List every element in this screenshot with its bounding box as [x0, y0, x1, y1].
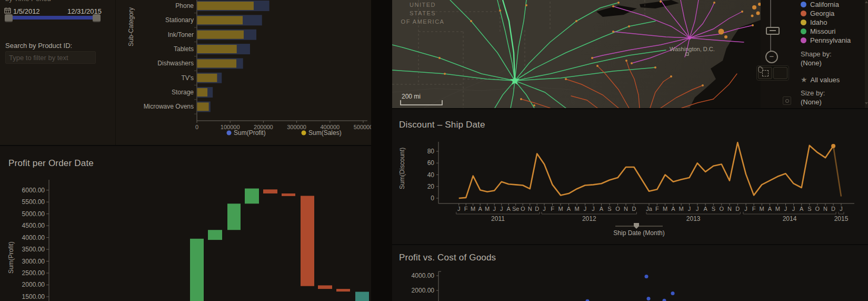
waterfall-bar[interactable] — [355, 292, 369, 301]
sales-bar[interactable] — [197, 102, 209, 111]
stop-dot[interactable] — [596, 65, 598, 67]
missouri-routes-line[interactable] — [515, 81, 566, 108]
legend-scrollbar[interactable] — [865, 0, 868, 108]
subcategory-bar-chart[interactable]: PhoneStationaryInk/TonerTabletsDishwashe… — [116, 0, 371, 145]
georgia-routes[interactable] — [521, 61, 737, 108]
pennsylvania-routes-line[interactable] — [690, 0, 699, 38]
discount-line[interactable] — [459, 142, 833, 198]
discount-line-chart[interactable]: 020406080JFMAMJJASeOND2011JFMAMJJASOND20… — [392, 109, 868, 245]
routes-map[interactable]: UNITEDSTATESOF AMERICAWashington, D.C.20… — [392, 0, 761, 108]
stop-dot[interactable] — [752, 5, 756, 9]
stop-dot[interactable] — [525, 4, 527, 6]
missouri-routes-line[interactable] — [515, 21, 655, 81]
slider-handle-right[interactable] — [93, 14, 101, 22]
stop-dot[interactable] — [719, 29, 724, 35]
sales-bar[interactable] — [197, 45, 237, 53]
scroll-up-icon[interactable] — [865, 1, 868, 3]
all-values-row[interactable]: ★ All values — [801, 75, 864, 84]
map-zoom-out-button[interactable]: − — [765, 51, 778, 63]
stop-dot[interactable] — [741, 11, 743, 13]
stop-dot[interactable] — [670, 75, 672, 77]
subcategory-bar-chart-panel: Sub-Category PhoneStationaryInk/TonerTab… — [116, 0, 371, 145]
map-zoom-handle[interactable] — [766, 27, 780, 35]
all-values-label: All values — [811, 76, 840, 84]
missouri-routes-line[interactable] — [450, 0, 515, 81]
stop-dot[interactable] — [591, 57, 593, 59]
stop-dot[interactable] — [612, 5, 614, 7]
stop-dot[interactable] — [533, 104, 535, 106]
discount-line-end[interactable] — [833, 146, 841, 197]
map-viewport[interactable]: UNITEDSTATESOF AMERICAWashington, D.C.20… — [392, 0, 761, 108]
stop-dot[interactable] — [617, 2, 620, 4]
stop-dot[interactable] — [612, 31, 614, 33]
stop-dot[interactable] — [631, 62, 633, 64]
slider-handle-left[interactable] — [5, 14, 13, 22]
legend-item-pennsylvania[interactable]: Pennsylvania — [801, 36, 864, 45]
ship-date-slider-track[interactable] — [615, 226, 663, 227]
product-id-search-input[interactable] — [5, 51, 96, 64]
scatter-point[interactable] — [645, 275, 648, 278]
waterfall-bar[interactable] — [336, 289, 350, 292]
legend-item-california[interactable]: California — [801, 0, 864, 9]
month-label: M — [775, 206, 780, 212]
waterfall-bar[interactable] — [190, 239, 204, 301]
stop-dot[interactable] — [751, 15, 754, 17]
legend-item-georgia[interactable]: Georgia — [801, 9, 864, 18]
georgia-routes-line[interactable] — [571, 96, 597, 108]
scatter-point[interactable] — [647, 297, 651, 300]
map-reset-button[interactable] — [783, 96, 791, 105]
waterfall-bar[interactable] — [227, 203, 241, 230]
missouri-routes-line[interactable] — [392, 70, 515, 81]
stop-dot[interactable] — [520, 98, 522, 100]
scatter-point[interactable] — [663, 299, 666, 301]
stop-dot[interactable] — [660, 1, 662, 3]
scroll-down-icon[interactable] — [865, 102, 868, 104]
sales-bar[interactable] — [197, 16, 243, 24]
slider-track[interactable] — [8, 16, 98, 20]
stop-dot[interactable] — [625, 60, 627, 62]
pennsylvania-routes-line[interactable] — [613, 32, 690, 38]
line-marker[interactable] — [831, 144, 835, 148]
stop-dot[interactable] — [438, 57, 441, 59]
month-label: A — [478, 206, 483, 212]
stop-dot[interactable] — [713, 2, 715, 4]
georgia-routes-line[interactable] — [626, 61, 640, 108]
y-tick-label: 60 — [427, 159, 435, 167]
stop-dot[interactable] — [724, 35, 727, 38]
sales-bar[interactable] — [197, 88, 208, 96]
pennsylvania-routes-line[interactable] — [690, 3, 714, 38]
sales-bar[interactable] — [197, 74, 217, 82]
sales-bar[interactable] — [197, 2, 254, 10]
stop-dot[interactable] — [756, 12, 760, 15]
sales-bar[interactable] — [197, 59, 237, 67]
georgia-routes-line[interactable] — [521, 99, 550, 108]
stop-dot[interactable] — [752, 24, 754, 26]
pennsylvania-hub[interactable] — [688, 36, 691, 40]
stop-dot[interactable] — [758, 3, 761, 6]
map-zoom-track[interactable] — [770, 0, 771, 52]
stop-dot[interactable] — [702, 84, 704, 86]
legend-item-idaho[interactable]: Idaho — [801, 18, 864, 27]
scatter-point[interactable] — [671, 292, 675, 295]
pennsylvania-routes-line[interactable] — [690, 12, 742, 38]
stop-dot[interactable] — [654, 66, 656, 69]
waterfall-bar[interactable] — [282, 193, 295, 196]
waterfall-bar[interactable] — [245, 189, 259, 204]
waterfall-bar[interactable] — [208, 230, 222, 240]
stop-dot[interactable] — [470, 20, 472, 22]
waterfall-bar[interactable] — [301, 196, 314, 286]
stop-dot[interactable] — [628, 25, 630, 27]
stop-dot[interactable] — [575, 20, 577, 22]
waterfall-bar[interactable] — [263, 189, 277, 193]
pan-button[interactable] — [773, 67, 787, 79]
date-range-slider[interactable] — [4, 14, 109, 22]
sales-bar[interactable] — [197, 31, 244, 39]
month-label: F — [655, 206, 659, 212]
profit-scatter-chart[interactable]: 4000.002000.00 — [392, 245, 868, 301]
profit-waterfall-chart[interactable]: 6000.005500.005000.004500.004000.003500.… — [0, 146, 371, 301]
stop-dot[interactable] — [444, 73, 446, 75]
waterfall-bar[interactable] — [318, 285, 332, 289]
legend-item-missouri[interactable]: Missouri — [801, 27, 864, 36]
stop-dot[interactable] — [499, 9, 501, 12]
stop-dot[interactable] — [565, 78, 567, 80]
